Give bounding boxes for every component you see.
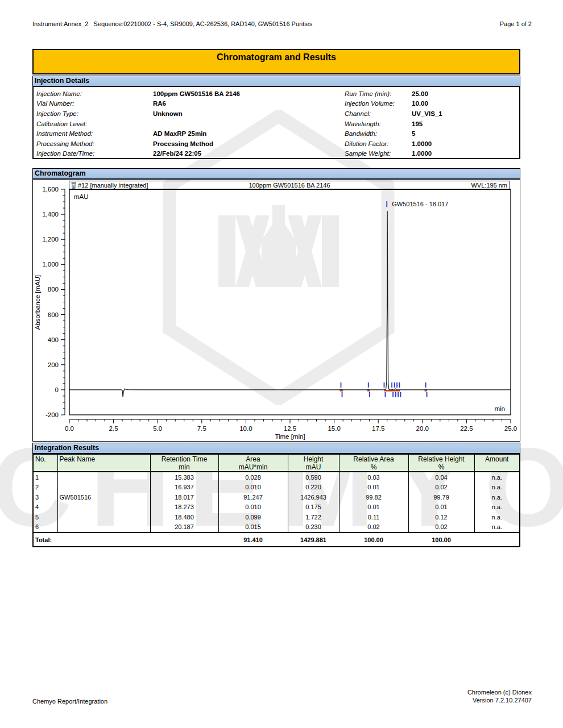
field-row: Wavelength:195 xyxy=(345,119,515,129)
table-cell xyxy=(57,472,150,482)
field-label: Vial Number: xyxy=(36,100,153,107)
field-row: Dilution Factor:1.0000 xyxy=(345,139,515,149)
svg-text:-200: -200 xyxy=(45,411,59,418)
page-number: Page 1 of 2 xyxy=(500,20,532,27)
table-row: 3GW50151618.01791.2471426.94399.8299.79n… xyxy=(33,492,520,502)
table-cell xyxy=(57,482,150,493)
svg-text:7.5: 7.5 xyxy=(197,425,206,432)
table-cell: 0.02 xyxy=(408,522,474,533)
footer-software-line1: Chromeleon (c) Dionex xyxy=(467,688,532,696)
field-row: Injection Date/Time:22/Feb/24 22:05 xyxy=(36,149,341,159)
table-cell: 18.017 xyxy=(150,492,218,502)
y-axis-title: Absorbance [mAU] xyxy=(34,275,41,330)
svg-text:1,000: 1,000 xyxy=(42,261,59,268)
table-cell: 18.480 xyxy=(150,512,218,522)
table-cell: 16.937 xyxy=(150,482,218,493)
table-row: 518.4800.0991.7220.110.12n.a. xyxy=(33,512,520,522)
table-cell: 99.79 xyxy=(408,492,474,502)
field-row: Injection Name:100ppm GW501516 BA 2146 xyxy=(36,89,341,99)
plot-generated: -20002004006008001,0001,2001,4001,6000.0… xyxy=(42,186,517,432)
svg-text:0.0: 0.0 xyxy=(65,425,74,432)
field-value: RA6 xyxy=(153,100,166,107)
table-cell: 91.247 xyxy=(218,492,288,502)
field-label: Injection Name: xyxy=(36,90,153,97)
field-label: Sample Weight: xyxy=(345,150,412,157)
svg-text:20.0: 20.0 xyxy=(416,425,429,432)
table-cell: 0.230 xyxy=(288,522,339,533)
field-row: Instrument Method:AD MaxRP 25min xyxy=(36,128,341,139)
column-header: Relative Height% xyxy=(408,454,474,472)
table-cell: 2 xyxy=(33,482,57,493)
table-cell: 20.187 xyxy=(150,522,218,533)
table-cell: 18.273 xyxy=(150,502,218,513)
table-cell: 0.02 xyxy=(339,522,408,533)
vial-icon xyxy=(71,182,76,189)
svg-text:0: 0 xyxy=(55,386,59,393)
field-row: Processing Method:Processing Method xyxy=(36,139,341,149)
table-row: 620.1870.0150.2300.020.02n.a. xyxy=(33,522,520,533)
field-label: Dilution Factor: xyxy=(345,140,412,147)
column-header: Amount xyxy=(474,454,520,472)
section-title: Integration Results xyxy=(35,444,99,452)
field-value: Unknown xyxy=(153,110,183,117)
section-header-injection-details: Injection Details xyxy=(32,76,520,86)
chromatogram-panel: #12 [manually integrated] 100ppm GW50151… xyxy=(32,179,520,442)
table-cell: 0.175 xyxy=(288,502,339,513)
table-cell: 1 xyxy=(33,472,57,482)
total-label: Total: xyxy=(33,533,218,547)
table-row: 115.3830.0280.5900.030.04n.a. xyxy=(33,472,520,482)
table-cell: 99.82 xyxy=(339,492,408,502)
svg-text:2.5: 2.5 xyxy=(109,425,118,432)
svg-text:200: 200 xyxy=(48,361,59,368)
field-label: Injection Type: xyxy=(36,110,153,117)
field-value: Processing Method xyxy=(153,140,213,147)
table-row: 216.9370.0100.2200.010.02n.a. xyxy=(33,482,520,493)
section-title: Injection Details xyxy=(35,77,89,85)
table-cell: 0.028 xyxy=(218,472,288,482)
results-body: 115.3830.0280.5900.030.04n.a.216.9370.01… xyxy=(33,472,520,533)
injection-details-panel: Injection Name:100ppm GW501516 BA 2146Vi… xyxy=(32,86,520,159)
field-label: Bandwidth: xyxy=(345,130,412,137)
total-relative-height: 100.00 xyxy=(408,533,474,547)
x-axis-title: Time [min] xyxy=(275,433,305,440)
table-cell: n.a. xyxy=(474,492,520,502)
field-label: Wavelength: xyxy=(345,120,412,127)
table-cell: n.a. xyxy=(474,472,520,482)
table-cell: 4 xyxy=(33,502,57,513)
trace-header: #12 [manually integrated] xyxy=(71,181,148,189)
table-cell: 0.03 xyxy=(339,472,408,482)
table-cell: n.a. xyxy=(474,482,520,493)
field-value: AD MaxRP 25min xyxy=(153,130,206,137)
document-header: Instrument:Annex_2 Sequence:02210002 - S… xyxy=(32,20,532,27)
table-cell: 6 xyxy=(33,522,57,533)
report-page: CHEMYO Instrument:Annex_2 Sequence:02210… xyxy=(0,0,563,728)
field-label: Calibration Level: xyxy=(36,120,153,127)
column-header: No. xyxy=(33,454,57,472)
field-label: Processing Method: xyxy=(36,140,153,147)
table-cell: n.a. xyxy=(474,502,520,513)
svg-text:12.5: 12.5 xyxy=(284,425,296,432)
footer-report-name: Chemyo Report/Integration xyxy=(32,698,107,705)
table-cell: 0.11 xyxy=(339,512,408,522)
table-cell: 3 xyxy=(33,492,57,502)
svg-text:17.5: 17.5 xyxy=(372,425,384,432)
field-row: Sample Weight:1.0000 xyxy=(345,149,515,159)
total-area: 91.410 xyxy=(218,533,288,547)
x-unit-label: min xyxy=(494,405,505,412)
table-cell: n.a. xyxy=(474,522,520,533)
wavelength-label: WVL:195 nm xyxy=(471,181,507,189)
table-cell: 0.01 xyxy=(408,502,474,513)
field-row: Run Time (min):25.00 xyxy=(345,89,515,99)
report-title-bar: Chromatogram and Results xyxy=(32,49,520,74)
field-row: Bandwidth:5 xyxy=(345,128,515,139)
field-value: 1.0000 xyxy=(412,140,432,147)
field-row: Calibration Level: xyxy=(36,119,341,129)
table-cell xyxy=(57,502,150,513)
table-cell: 0.12 xyxy=(408,512,474,522)
table-cell: 0.590 xyxy=(288,472,339,482)
column-header: Relative Area% xyxy=(339,454,408,472)
table-cell: 0.010 xyxy=(218,502,288,513)
table-cell: 0.010 xyxy=(218,482,288,493)
section-title: Chromatogram xyxy=(35,169,86,177)
column-header: Retention Timemin xyxy=(150,454,218,472)
